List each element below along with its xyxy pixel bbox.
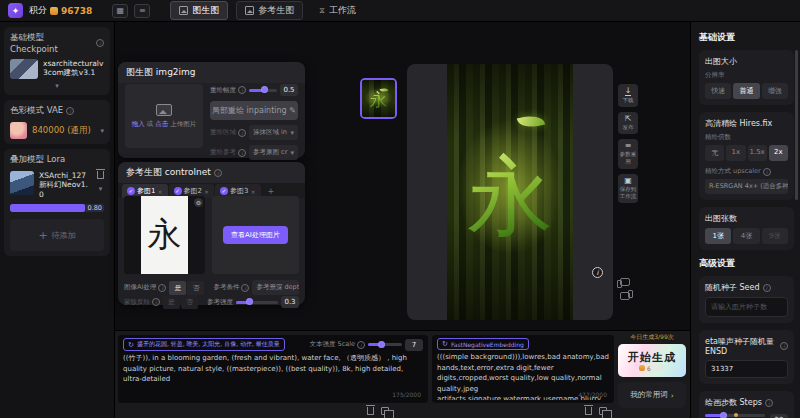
strength-slider[interactable]: [236, 301, 278, 304]
hires-15x[interactable]: 1.5x: [748, 145, 767, 161]
download-button[interactable]: ↓ 下载: [618, 84, 638, 107]
tab-img2img[interactable]: 图生图: [170, 1, 228, 20]
hires-scale-label: 精绘倍数: [705, 133, 788, 142]
text-scale-value[interactable]: 7: [405, 339, 423, 351]
strength-label: 参考强度: [207, 298, 233, 307]
chevron-down-icon[interactable]: ▾: [99, 185, 103, 193]
image-upload-dropzone[interactable]: 拖入 或 点击 上传图片: [125, 84, 203, 148]
positive-prompt-input[interactable]: ((竹子)), in a blooming garden, (fresh and…: [123, 353, 423, 400]
hires-1x[interactable]: 1x: [726, 145, 745, 161]
gear-icon[interactable]: ⚙: [194, 198, 203, 207]
text-scale-label: 文本强度 Scale: [309, 340, 355, 349]
res-option-enhanced[interactable]: 增强: [762, 83, 788, 99]
generate-button[interactable]: 开始生成 6: [618, 344, 686, 377]
checkpoint-name: xsarchitecturalv3com建筑v3.1: [43, 59, 104, 78]
reference-image-frame[interactable]: 永 ⚙: [124, 196, 205, 274]
close-icon[interactable]: ×: [204, 188, 209, 195]
batch-count-card: 出图张数 1张 4张 9张: [699, 207, 794, 250]
save-workflow-button[interactable]: ▣ 保存到工作流: [618, 174, 638, 203]
favorite-prompts-button[interactable]: 我的常用词 ›: [618, 382, 686, 408]
credits-label: 积分: [29, 4, 47, 17]
condition-dropdown[interactable]: 参考景深 dept▾: [252, 280, 299, 295]
trash-icon[interactable]: [97, 171, 104, 179]
info-icon: i: [238, 86, 246, 94]
add-lora-button[interactable]: + 待添加: [10, 219, 104, 251]
view-ai-image-button[interactable]: 查看AI处理图片: [223, 226, 288, 244]
publish-button[interactable]: ⇱ 发布: [618, 112, 638, 134]
sidebar-scrollbar[interactable]: [795, 50, 798, 200]
hires-none[interactable]: 无: [705, 145, 724, 161]
positive-preset-pill[interactable]: ↻ 盛开的花园, 轻盈, 唯美, 太阳光, 肖像, 动作, 最佳质量: [123, 338, 285, 351]
res-option-fast[interactable]: 快速: [705, 83, 731, 99]
batch-count-title: 出图张数: [705, 213, 788, 224]
chevron-down-icon[interactable]: ▾: [10, 82, 104, 90]
denoise-value[interactable]: 0.5: [280, 84, 298, 96]
negative-preset-pill[interactable]: ↻ FastNegativeEmbedding: [437, 338, 529, 350]
check-icon: ✓: [220, 187, 228, 195]
reference-image: 永: [141, 196, 188, 274]
upscaler-dropdown[interactable]: R-ESRGAN 4x+ (适合多种风▾: [705, 179, 788, 194]
text-scale-slider[interactable]: [368, 343, 402, 346]
tab-reference[interactable]: 参考生图: [236, 1, 303, 20]
positive-prompt-box: ↻ 盛开的花园, 轻盈, 唯美, 太阳光, 肖像, 动作, 最佳质量 文本强度 …: [118, 335, 428, 403]
copy-icon[interactable]: [599, 407, 607, 415]
count-4[interactable]: 4张: [733, 228, 759, 244]
info-icon: i: [763, 284, 771, 292]
denoise-slider[interactable]: [249, 89, 277, 92]
reuse-params-button[interactable]: ≡ 参数重用: [618, 139, 638, 168]
advanced-settings-header: 高级设置: [699, 257, 794, 270]
publish-icon: ⇱: [625, 115, 632, 123]
checkpoint-row[interactable]: xsarchitecturalv3com建筑v3.1: [10, 59, 104, 79]
parameter-sidebar: 参数设置 历史作画 基础设置 出图大小 分辨率 快速 普通 增强 高清精绘 Hi…: [690, 0, 800, 418]
leaf-shape: [516, 112, 544, 131]
negative-prompt-input[interactable]: (((simple background))),lowres,bad anato…: [437, 352, 609, 400]
count-1[interactable]: 1张: [705, 228, 731, 244]
thumbs-up-icon[interactable]: [620, 278, 630, 286]
tab-workflow[interactable]: ⧖ 工作流: [311, 2, 364, 19]
vae-select[interactable]: 840000 (通用) ▾: [10, 122, 104, 139]
lora-weight-value: 0.80: [88, 204, 102, 212]
negative-prompt-actions: [585, 407, 607, 415]
ai-process-toggle[interactable]: 是否: [169, 281, 204, 295]
ensd-input[interactable]: 31337: [705, 360, 788, 378]
batch-count-options: 1张 4张 9张: [705, 228, 788, 244]
ensd-title: eta噪声种子随机量 ENSD: [705, 336, 777, 356]
copy-icon[interactable]: [381, 407, 389, 415]
trash-icon[interactable]: [367, 407, 374, 415]
grid-view-button[interactable]: ▦: [112, 4, 128, 18]
info-icon[interactable]: i: [66, 107, 74, 115]
steps-card: 绘画步数 Stepsi 50 100 30: [699, 391, 794, 418]
steps-value[interactable]: 30: [770, 414, 788, 418]
app-logo[interactable]: ✦: [8, 3, 23, 18]
denoise-label: 重绘幅度: [210, 86, 236, 95]
info-icon: i: [238, 129, 246, 137]
menu-button[interactable]: ≡: [134, 4, 150, 18]
top-bar: ✦ 积分 96738 ▦ ≡ 图生图 参考生图 ⧖ 工作流: [0, 0, 800, 22]
generated-image[interactable]: 永: [447, 64, 573, 320]
controlnet-panel: 参考生图 controlnet i ✓参图1× ✓参图2× ✓参图3× + 永 …: [118, 162, 305, 305]
refmode-dropdown[interactable]: 参考原图 cr▾: [249, 145, 298, 160]
plus-icon: +: [38, 229, 47, 242]
trash-icon[interactable]: [585, 407, 592, 415]
region-dropdown[interactable]: 涂抹区域 in▾: [249, 125, 298, 140]
image-info-icon[interactable]: i: [592, 267, 603, 278]
close-icon[interactable]: ×: [250, 188, 255, 195]
result-thumbnail-selected[interactable]: 永: [360, 78, 397, 119]
lora-weight-slider[interactable]: 0.80: [10, 204, 104, 212]
steps-title: 绘画步数 Steps: [705, 397, 762, 408]
info-icon: i: [763, 168, 771, 176]
lora-row[interactable]: XSArchi_127新科幻Neov1.0 ▾: [10, 171, 104, 199]
info-icon[interactable]: i: [214, 169, 222, 177]
lora-thumbnail: [10, 171, 34, 195]
prompt-bar: ↻ 盛开的花园, 轻盈, 唯美, 太阳光, 肖像, 动作, 最佳质量 文本强度 …: [115, 330, 690, 418]
seed-input[interactable]: 请输入图片种子数: [705, 297, 788, 317]
inpainting-button[interactable]: 局部重绘 inpainting ✎: [210, 101, 298, 120]
close-icon[interactable]: ×: [157, 188, 162, 195]
strength-value: 0.3: [281, 296, 299, 308]
image-placeholder-icon: [156, 104, 172, 116]
generated-character: 永: [467, 139, 553, 256]
hires-2x[interactable]: 2x: [769, 145, 788, 161]
info-icon[interactable]: i: [96, 39, 104, 47]
thumbs-down-icon[interactable]: [620, 292, 630, 300]
res-option-normal[interactable]: 普通: [733, 83, 759, 99]
